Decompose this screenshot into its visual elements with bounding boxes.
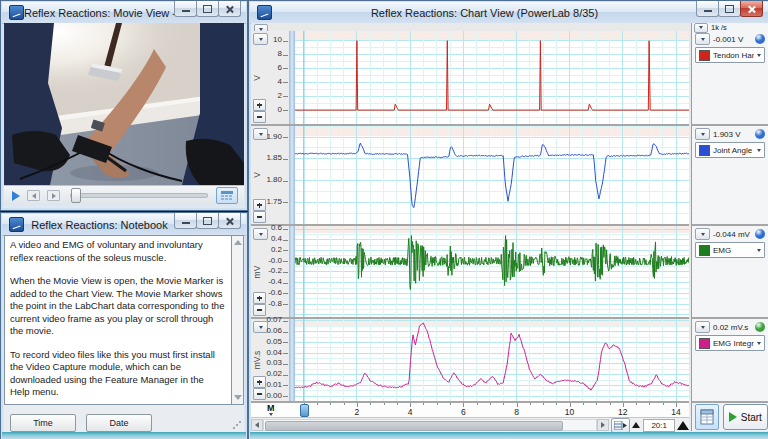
datapad-button[interactable] (695, 404, 719, 430)
movie-marker-handle[interactable] (300, 404, 309, 417)
y-tick-mark (283, 321, 288, 322)
movie-controls-bar (4, 185, 244, 205)
minimize-button[interactable] (174, 1, 197, 17)
x-axis-strip: M 2468101214 (251, 403, 689, 417)
x-tick-label: 4 (408, 407, 413, 417)
scale-dropdown-button[interactable] (695, 33, 710, 45)
y-zoom-in-button[interactable] (253, 292, 266, 304)
movie-marker-button[interactable] (216, 187, 238, 204)
step-back-icon[interactable] (27, 190, 40, 201)
labchart-icon (9, 5, 24, 20)
channel-color-swatch (699, 145, 710, 156)
plot-emg-integral[interactable] (295, 319, 689, 401)
y-axis-dropdown-button[interactable] (253, 33, 268, 45)
y-axis-emg: mV 0.60.40.2-0.0-0.2-0.4-0.6-0.8 (251, 226, 289, 317)
y-zoom-in-button[interactable] (253, 99, 266, 111)
notebook-window-title: Reflex Reactions: Notebook (24, 219, 175, 231)
scroll-up-icon[interactable] (234, 240, 242, 245)
scale-dropdown-button[interactable] (695, 128, 710, 140)
channel-row-joint-angle: V 1.901.851.801.75 (251, 126, 689, 226)
channel-info-icon[interactable] (755, 34, 765, 44)
minimize-button[interactable] (696, 1, 719, 17)
y-tick-label: 8 (278, 50, 282, 58)
x-tick-mark (450, 403, 451, 405)
y-tick-mark (283, 342, 288, 343)
x-tick-mark (344, 403, 345, 405)
date-button[interactable]: Date (86, 414, 152, 432)
y-tick-label: 0.2 (271, 246, 282, 254)
scroll-right-button[interactable] (597, 419, 609, 431)
horizontal-scrollbar[interactable] (263, 419, 597, 431)
notebook-scrollbar[interactable] (232, 235, 244, 405)
y-tick-mark (283, 304, 288, 305)
time-button[interactable]: Time (10, 414, 76, 432)
scale-dropdown-button[interactable] (695, 321, 710, 333)
channel-row-emg-integral: mV.s 0.070.060.050.040.030.020.010.00 (251, 319, 689, 403)
play-button[interactable] (12, 191, 20, 201)
scrollbar-thumb[interactable] (265, 421, 563, 431)
y-tick-mark (283, 202, 288, 203)
y-tick-label: 6 (278, 64, 282, 72)
movie-position-slider[interactable] (70, 193, 208, 198)
marker-dock[interactable]: M (267, 404, 275, 416)
y-axis-unit: mV.s (252, 351, 262, 370)
notebook-window: Reflex Reactions: Notebook A video and E… (0, 212, 248, 439)
plot-emg[interactable] (295, 226, 689, 317)
channel-menu-emg-integral[interactable]: EMG Integral (695, 335, 765, 351)
auto-scroll-button[interactable] (611, 418, 631, 433)
maximize-button[interactable] (196, 1, 219, 17)
x-tick-label: 6 (461, 407, 466, 417)
y-tick-mark (283, 55, 288, 56)
resize-grip[interactable] (232, 420, 241, 429)
channel-name: Tendon Hammer (713, 51, 754, 60)
y-zoom-out-button[interactable] (253, 211, 266, 223)
y-axis-unit: V (252, 172, 262, 178)
time-scale-ratio[interactable]: 20:1 (643, 419, 675, 432)
plot-joint-angle[interactable] (295, 126, 689, 224)
channel-info-icon[interactable] (755, 322, 765, 332)
channel-info-icon[interactable] (755, 229, 765, 239)
scroll-left-button[interactable] (251, 419, 263, 431)
y-zoom-out-button[interactable] (253, 388, 266, 400)
maximize-button[interactable] (196, 213, 219, 229)
y-tick-label: 1.75 (266, 198, 282, 206)
maximize-button[interactable] (718, 1, 741, 17)
channel-info-icon[interactable] (755, 129, 765, 139)
close-button[interactable] (218, 1, 241, 17)
channel-menu-joint-angle[interactable]: Joint Angle (695, 142, 765, 158)
y-tick-label: 0.02 (266, 370, 282, 378)
y-zoom-in-button[interactable] (253, 199, 266, 211)
start-button[interactable]: Start (723, 404, 768, 430)
x-tick-mark (649, 403, 650, 405)
y-zoom-in-button[interactable] (253, 376, 266, 388)
channel-name: EMG (713, 246, 754, 255)
y-axis-dropdown-button[interactable] (253, 228, 268, 240)
x-tick-mark (423, 403, 424, 405)
step-forward-icon[interactable] (47, 190, 60, 201)
channel-menu-emg[interactable]: EMG (695, 242, 765, 258)
notebook-text-area[interactable]: A video and EMG of voluntary and involun… (4, 235, 232, 405)
window-bottom-frame (2, 432, 246, 439)
scroll-down-icon[interactable] (234, 395, 242, 400)
movie-view-window: Reflex Reactions: Movie View - Record 1 (0, 0, 248, 211)
movie-slider-thumb[interactable] (71, 188, 81, 203)
close-button[interactable] (740, 1, 763, 17)
x-tick-label: 2 (355, 407, 360, 417)
expand-x-button[interactable] (677, 419, 689, 432)
notebook-titlebar[interactable]: Reflex Reactions: Notebook (2, 214, 246, 236)
close-button[interactable] (218, 213, 241, 229)
chart-titlebar[interactable]: Reflex Reactions: Chart View (PowerLab 8… (250, 2, 768, 24)
x-tick-label: 10 (565, 407, 574, 417)
minimize-button[interactable] (174, 213, 197, 229)
y-zoom-out-button[interactable] (253, 304, 266, 316)
plot-tendon-hammer[interactable] (295, 31, 689, 124)
compress-x-button[interactable] (632, 419, 640, 432)
y-tick-mark (283, 137, 288, 138)
y-tick-label: 0.05 (266, 338, 282, 346)
movie-titlebar[interactable]: Reflex Reactions: Movie View - Record 1 (2, 2, 246, 24)
y-zoom-out-button[interactable] (253, 111, 266, 123)
screen: { "movie_window": { "title": "Reflex Rea… (0, 0, 768, 439)
x-tick-mark (543, 403, 544, 405)
scale-dropdown-button[interactable] (695, 228, 710, 240)
channel-menu-tendon-hammer[interactable]: Tendon Hammer (695, 47, 765, 63)
